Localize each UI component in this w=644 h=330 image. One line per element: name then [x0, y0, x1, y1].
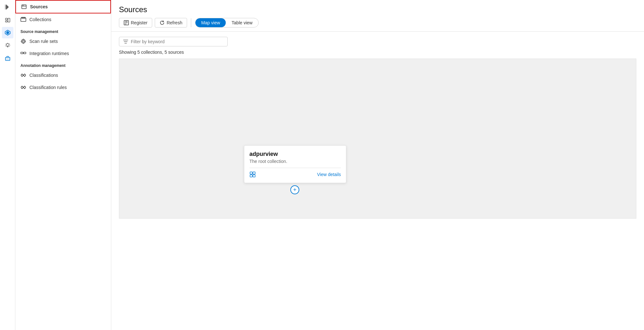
collections-label: Collections: [29, 17, 51, 22]
filter-bar[interactable]: [119, 37, 228, 46]
add-child-button[interactable]: +: [290, 185, 299, 194]
svg-point-16: [21, 74, 23, 76]
annotation-management-section: Annotation management: [15, 60, 111, 69]
filter-input[interactable]: [131, 39, 224, 44]
svg-point-12: [21, 39, 25, 43]
svg-rect-0: [5, 18, 7, 20]
sidebar-item-sources[interactable]: Sources: [15, 0, 111, 13]
integration-runtimes-label: Integration runtimes: [29, 51, 69, 56]
classification-rules-icon: [20, 85, 26, 90]
svg-rect-15: [24, 52, 26, 54]
svg-point-19: [24, 86, 26, 88]
svg-rect-14: [21, 52, 23, 54]
integration-runtimes-icon: [20, 51, 26, 56]
register-button[interactable]: Register: [119, 18, 152, 28]
classifications-label: Classifications: [29, 73, 58, 78]
collections-icon: [20, 17, 26, 22]
grid-icon: [249, 171, 256, 178]
scan-rule-sets-icon: [20, 38, 26, 44]
refresh-icon: [160, 20, 165, 25]
refresh-button[interactable]: Refresh: [155, 18, 187, 28]
svg-rect-24: [253, 175, 255, 177]
sources-icon: [21, 4, 27, 10]
svg-rect-2: [8, 18, 10, 22]
insights-icon-btn[interactable]: [2, 40, 13, 51]
svg-rect-7: [5, 57, 10, 60]
svg-rect-21: [250, 172, 252, 174]
sidebar-item-collections[interactable]: Collections: [15, 13, 111, 26]
toolbar: Register Refresh Map view Table view: [119, 18, 636, 31]
sidebar-item-classification-rules[interactable]: Classification rules: [15, 81, 111, 93]
svg-rect-22: [253, 172, 255, 174]
classification-rules-label: Classification rules: [29, 85, 67, 90]
sidebar-item-scan-rule-sets[interactable]: Scan rule sets: [15, 35, 111, 47]
page-title: Sources: [119, 5, 636, 14]
scan-rule-sets-label: Scan rule sets: [29, 39, 58, 44]
card-footer: View details: [249, 168, 341, 178]
sidebar-item-classifications[interactable]: Classifications: [15, 69, 111, 81]
toolbar-divider: [191, 18, 191, 27]
register-icon: [124, 20, 129, 25]
card-subtitle: The root collection.: [249, 159, 341, 164]
content-area: Showing 5 collections, 5 sources adpurvi…: [111, 32, 644, 330]
sidebar-item-integration-runtimes[interactable]: Integration runtimes: [15, 47, 111, 60]
home-icon-btn[interactable]: [2, 14, 13, 26]
sources-label: Sources: [30, 4, 48, 9]
svg-point-13: [22, 40, 24, 42]
map-view-button[interactable]: Map view: [195, 18, 226, 27]
table-view-button[interactable]: Table view: [226, 18, 258, 27]
view-details-link[interactable]: View details: [317, 172, 341, 177]
sidebar: Sources Collections Source management Sc…: [15, 0, 111, 330]
svg-point-18: [21, 86, 23, 88]
card-title: adpurview: [249, 151, 341, 157]
source-management-section: Source management: [15, 26, 111, 35]
management-icon-btn[interactable]: [2, 52, 13, 64]
map-area: adpurview The root collection. View deta…: [119, 59, 636, 219]
page-header: Sources Register Refresh: [111, 0, 644, 32]
collection-card: adpurview The root collection. View deta…: [244, 145, 346, 183]
svg-point-17: [24, 74, 26, 76]
svg-point-6: [6, 44, 9, 46]
svg-rect-9: [22, 5, 26, 9]
purview-icon-btn[interactable]: [2, 27, 13, 38]
view-toggle: Map view Table view: [195, 18, 259, 28]
svg-rect-23: [250, 175, 252, 177]
showing-text: Showing 5 collections, 5 sources: [119, 50, 636, 55]
icon-rail: [0, 0, 15, 330]
svg-rect-1: [5, 21, 7, 22]
expand-button[interactable]: [3, 3, 12, 12]
classifications-icon: [20, 72, 26, 78]
filter-icon: [123, 39, 128, 44]
main-content: Sources Register Refresh: [111, 0, 644, 330]
